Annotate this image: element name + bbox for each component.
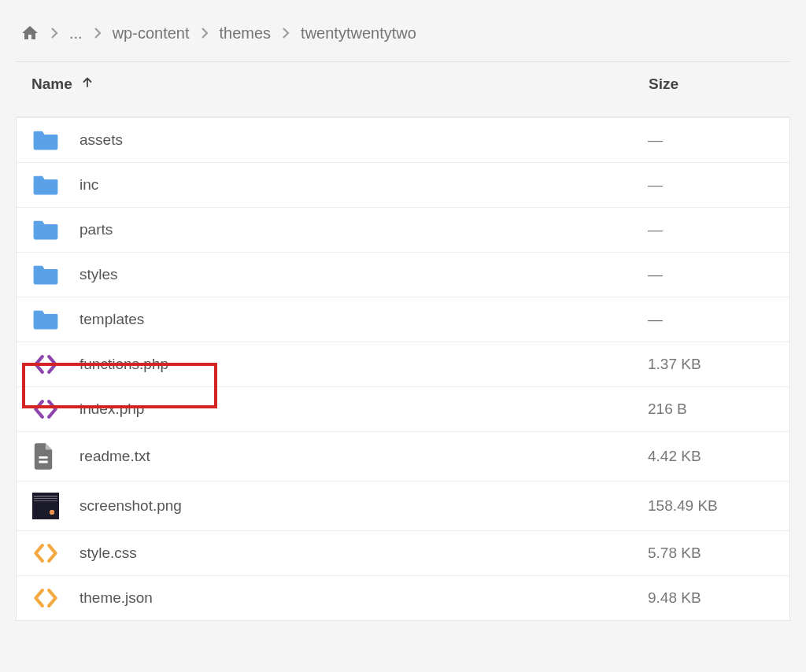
file-table: assets — inc — parts — styles — template…	[16, 116, 790, 621]
table-row[interactable]: assets —	[17, 117, 789, 162]
file-size: 9.48 KB	[648, 589, 774, 607]
file-name: parts	[67, 221, 648, 238]
file-name: screenshot.png	[67, 497, 648, 515]
file-size: 216 B	[648, 401, 774, 418]
breadcrumb-ellipsis[interactable]: ...	[69, 24, 83, 42]
file-size: —	[648, 311, 774, 328]
arrow-up-icon	[80, 75, 94, 93]
file-size: 158.49 KB	[648, 497, 774, 515]
code-icon	[32, 353, 67, 375]
file-size: 4.42 KB	[648, 448, 774, 465]
table-row[interactable]: theme.json 9.48 KB	[17, 575, 789, 620]
file-size: —	[648, 221, 774, 238]
file-name: inc	[67, 176, 648, 194]
file-name: theme.json	[67, 589, 648, 607]
file-size: 1.37 KB	[648, 356, 774, 373]
chevron-right-icon	[50, 27, 58, 39]
table-row[interactable]: readme.txt 4.42 KB	[17, 431, 789, 481]
column-size-header[interactable]: Size	[649, 76, 775, 93]
column-size-label: Size	[649, 76, 678, 92]
table-row[interactable]: functions.php 1.37 KB	[17, 342, 789, 386]
folder-icon	[32, 219, 67, 241]
image-thumbnail-icon	[32, 493, 67, 519]
folder-icon	[32, 129, 67, 151]
column-name-header[interactable]: Name	[31, 75, 649, 93]
chevron-right-icon	[201, 27, 209, 39]
file-name: styles	[67, 266, 648, 283]
breadcrumb-item[interactable]: wp-content	[113, 24, 190, 42]
file-size: —	[648, 176, 774, 194]
file-name: readme.txt	[67, 448, 648, 465]
file-size: —	[648, 131, 774, 149]
folder-icon	[32, 308, 67, 330]
column-name-label: Name	[31, 76, 72, 93]
table-row[interactable]: inc —	[17, 162, 789, 207]
folder-icon	[32, 264, 67, 286]
table-row[interactable]: templates —	[17, 297, 789, 342]
file-name: assets	[67, 131, 648, 149]
breadcrumb-item[interactable]: themes	[220, 24, 272, 42]
file-name: templates	[67, 311, 648, 328]
code-icon	[32, 587, 67, 609]
file-size: —	[648, 266, 774, 283]
file-name: functions.php	[67, 356, 648, 373]
table-row[interactable]: style.css 5.78 KB	[17, 530, 789, 575]
chevron-right-icon	[282, 27, 290, 39]
table-header: Name Size	[16, 62, 790, 105]
code-icon	[32, 542, 67, 564]
file-name: index.php	[67, 401, 648, 418]
folder-icon	[32, 174, 67, 196]
breadcrumb-item[interactable]: twentytwentytwo	[301, 24, 416, 42]
code-icon	[32, 398, 67, 420]
table-row[interactable]: screenshot.png 158.49 KB	[17, 481, 789, 530]
file-name: style.css	[67, 545, 648, 562]
table-row[interactable]: index.php 216 B	[17, 386, 789, 431]
file-size: 5.78 KB	[648, 545, 774, 562]
table-row[interactable]: styles —	[17, 252, 789, 297]
table-row[interactable]: parts —	[17, 207, 789, 252]
breadcrumb: ... wp-content themes twentytwentytwo	[16, 16, 790, 62]
document-icon	[32, 443, 67, 470]
home-icon[interactable]	[20, 24, 39, 42]
chevron-right-icon	[94, 27, 102, 39]
